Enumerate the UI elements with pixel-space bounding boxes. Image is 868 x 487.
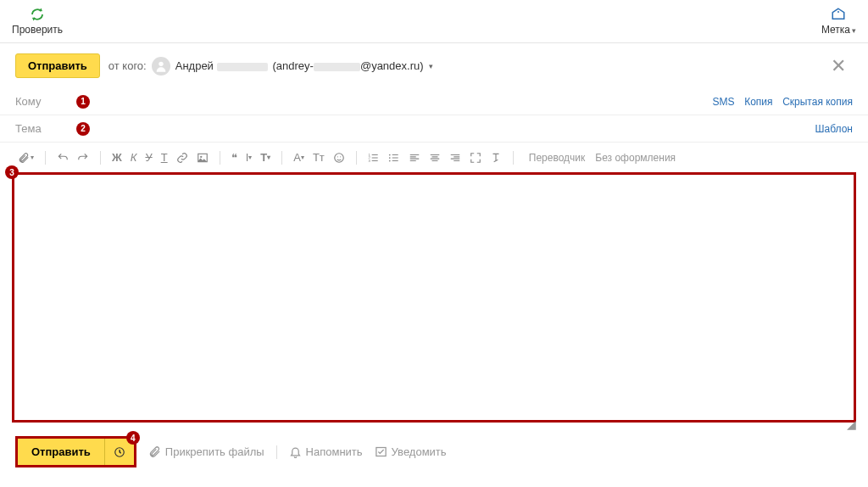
annotation-badge-1: 1 bbox=[76, 95, 90, 109]
svg-point-12 bbox=[389, 160, 391, 161]
attach-files-button[interactable]: Прикрепить файлы bbox=[148, 445, 264, 458]
lineheight-button[interactable]: I▾ bbox=[243, 149, 255, 165]
annotation-badge-2: 2 bbox=[76, 122, 90, 136]
remind-button[interactable]: Напомнить bbox=[289, 445, 363, 458]
undo-icon[interactable] bbox=[54, 150, 71, 165]
bold-button[interactable]: Ж bbox=[109, 149, 125, 165]
fullscreen-icon[interactable] bbox=[467, 150, 484, 165]
svg-text:3: 3 bbox=[368, 158, 370, 162]
format-toolbar: ▾ Ж К У Т ❝ I▾ T▾ A▾ Tт 123 Переводчик Б… bbox=[0, 143, 868, 172]
link-icon[interactable] bbox=[174, 150, 191, 165]
emoji-icon[interactable] bbox=[331, 150, 348, 165]
bcc-link[interactable]: Скрытая копия bbox=[782, 96, 853, 108]
tag-button[interactable]: Метка▾ bbox=[821, 7, 856, 36]
check-label: Проверить bbox=[12, 24, 63, 36]
from-name: Андрей bbox=[175, 59, 268, 72]
svg-point-6 bbox=[340, 156, 341, 157]
image-icon[interactable] bbox=[194, 150, 211, 165]
toolbar-sep bbox=[513, 151, 514, 165]
resize-handle-icon[interactable]: ◢ bbox=[847, 417, 856, 431]
clear-format-icon[interactable] bbox=[487, 150, 504, 165]
svg-point-1 bbox=[159, 61, 163, 65]
redo-icon[interactable] bbox=[75, 150, 92, 165]
align-center-icon[interactable] bbox=[426, 150, 443, 165]
italic-button[interactable]: К bbox=[128, 149, 140, 165]
remind-label: Напомнить bbox=[306, 445, 363, 458]
svg-point-11 bbox=[389, 157, 391, 159]
align-left-icon[interactable] bbox=[406, 150, 423, 165]
no-format-button[interactable]: Без оформления bbox=[595, 152, 676, 164]
svg-point-10 bbox=[389, 154, 391, 155]
chevron-down-icon: ▾ bbox=[852, 26, 856, 35]
notify-label: Уведомить bbox=[392, 445, 447, 458]
textcase-button[interactable]: T▾ bbox=[258, 149, 273, 165]
to-label: Кому bbox=[15, 95, 53, 108]
paperclip-icon bbox=[148, 445, 161, 458]
svg-point-5 bbox=[337, 156, 337, 157]
from-label: от кого: bbox=[108, 59, 147, 72]
fontsize-button[interactable]: Tт bbox=[310, 149, 327, 165]
toolbar-sep bbox=[281, 151, 282, 165]
attach-icon[interactable]: ▾ bbox=[15, 150, 36, 165]
translator-button[interactable]: Переводчик bbox=[529, 152, 586, 164]
quote-button[interactable]: ❝ bbox=[229, 149, 240, 165]
annotation-badge-3: 3 bbox=[5, 165, 19, 179]
svg-point-3 bbox=[200, 155, 202, 157]
tag-label: Метка▾ bbox=[821, 24, 856, 36]
message-body[interactable] bbox=[12, 172, 856, 423]
send-button-top[interactable]: Отправить bbox=[15, 53, 100, 78]
tformat-button[interactable]: Т bbox=[159, 149, 170, 165]
subject-label: Тема bbox=[15, 122, 53, 135]
toolbar-sep bbox=[100, 151, 101, 165]
align-right-icon[interactable] bbox=[447, 150, 464, 165]
from-dropdown-icon[interactable]: ▾ bbox=[429, 62, 433, 70]
tag-icon bbox=[831, 7, 846, 22]
from-email: (andrey-@yandex.ru) bbox=[273, 59, 424, 72]
toolbar-sep bbox=[220, 151, 220, 165]
strike-button[interactable]: У bbox=[142, 149, 154, 165]
svg-point-4 bbox=[335, 153, 344, 162]
svg-point-0 bbox=[837, 11, 839, 13]
template-link[interactable]: Шаблон bbox=[815, 123, 853, 135]
footer-sep bbox=[276, 445, 277, 459]
bell-icon bbox=[289, 445, 302, 458]
toolbar-sep bbox=[356, 151, 357, 165]
refresh-icon bbox=[30, 7, 45, 22]
check-mail-button[interactable]: Проверить bbox=[12, 7, 63, 36]
to-field-row[interactable]: Кому 1 SMS Копия Скрытая копия bbox=[0, 88, 868, 115]
checkbox-icon bbox=[375, 445, 387, 458]
sms-link[interactable]: SMS bbox=[713, 96, 735, 108]
close-button[interactable]: ✕ bbox=[824, 55, 853, 77]
list-ordered-icon[interactable]: 123 bbox=[365, 150, 382, 165]
toolbar-sep bbox=[45, 151, 46, 165]
notify-button[interactable]: Уведомить bbox=[375, 445, 447, 458]
subject-field-row[interactable]: Тема 2 Шаблон bbox=[0, 115, 868, 143]
cc-link[interactable]: Копия bbox=[744, 96, 772, 108]
send-button-bottom[interactable]: Отправить bbox=[18, 439, 104, 465]
list-bullet-icon[interactable] bbox=[386, 150, 403, 165]
attach-label: Прикрепить файлы bbox=[165, 445, 264, 458]
clock-icon bbox=[114, 446, 125, 458]
color-button[interactable]: A▾ bbox=[291, 149, 307, 165]
annotation-badge-4: 4 bbox=[126, 431, 140, 445]
avatar bbox=[152, 57, 170, 76]
